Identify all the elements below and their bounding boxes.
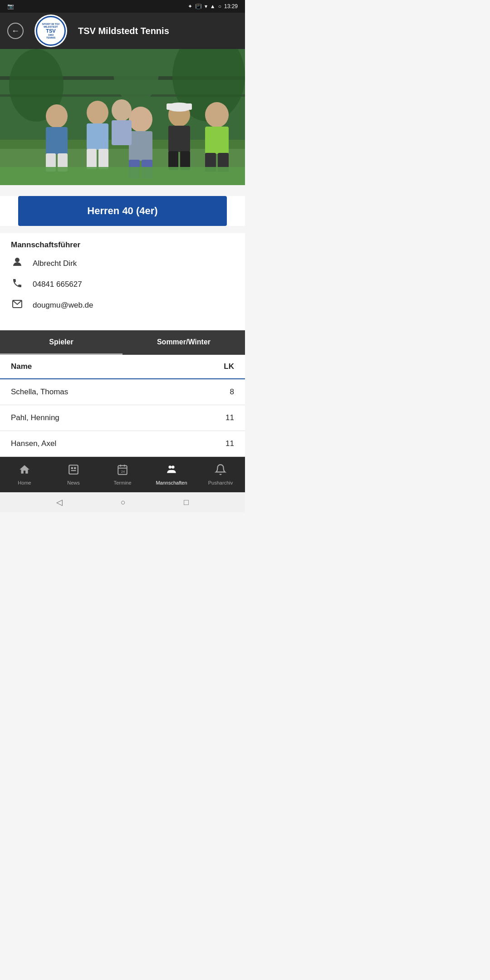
svg-rect-32 xyxy=(0,167,245,185)
svg-rect-9 xyxy=(46,127,68,154)
recents-system-button[interactable]: □ xyxy=(184,498,189,507)
contact-phone: 04841 665627 xyxy=(33,280,82,289)
contact-section: Mannschaftsführer Albrecht Dirk 04841 66… xyxy=(0,233,245,330)
svg-rect-15 xyxy=(98,149,108,169)
android-nav-bar: ◁ ○ □ xyxy=(0,492,245,512)
svg-rect-31 xyxy=(112,120,132,145)
table-header: Name LK xyxy=(0,355,245,379)
nav-termine-label: Termine xyxy=(113,480,131,485)
team-title: Herren 40 (4er) xyxy=(87,205,157,216)
team-photo xyxy=(0,49,245,185)
bell-icon xyxy=(215,464,226,478)
wifi-icon: ▾ xyxy=(205,3,207,10)
status-left-icons: 📷 xyxy=(7,3,14,10)
calendar-icon: 24 xyxy=(117,464,128,478)
status-bar: 📷 ✦ 📳 ▾ ▲ ○ 13:29 xyxy=(0,0,245,13)
tabs-row: Spieler Sommer/Winter xyxy=(0,330,245,355)
svg-rect-13 xyxy=(87,123,108,150)
player-name-3: Hansen, Axel xyxy=(11,439,56,448)
svg-rect-36 xyxy=(71,467,73,469)
nav-mannschaften-label: Mannschaften xyxy=(156,480,187,485)
player-row-1[interactable]: Schella, Thomas 8 xyxy=(0,379,245,405)
nav-home-label: Home xyxy=(18,480,31,485)
club-logo: SPORT IM TSV MILDSTEDT TSV 1963 TENNIS xyxy=(34,15,67,47)
back-icon: ← xyxy=(11,26,20,36)
back-button[interactable]: ← xyxy=(7,23,24,39)
nav-home[interactable]: Home xyxy=(0,457,49,492)
player-table: Name LK Schella, Thomas 8 Pahl, Henning … xyxy=(0,355,245,457)
camera-icon: 📷 xyxy=(7,3,14,10)
svg-text:24: 24 xyxy=(121,470,125,474)
signal-icon: ▲ xyxy=(210,3,216,10)
person-icon xyxy=(11,257,24,270)
player-row-3[interactable]: Hansen, Axel 11 xyxy=(0,431,245,457)
tab-spieler[interactable]: Spieler xyxy=(0,330,122,355)
player-row-2[interactable]: Pahl, Henning 11 xyxy=(0,405,245,431)
svg-rect-22 xyxy=(167,103,192,110)
status-right-icons: ✦ 📳 ▾ ▲ ○ 13:29 xyxy=(188,3,238,10)
svg-rect-14 xyxy=(87,149,97,169)
nav-pusharchiv[interactable]: Pusharchiv xyxy=(196,457,245,492)
home-system-button[interactable]: ○ xyxy=(121,498,126,507)
svg-point-45 xyxy=(172,466,175,469)
contact-phone-row[interactable]: 04841 665627 xyxy=(11,278,234,291)
player-lk-2: 11 xyxy=(225,413,234,422)
phone-icon xyxy=(11,278,24,291)
bottom-navigation: Home News 24 Termine xyxy=(0,457,245,492)
contact-name-row: Albrecht Dirk xyxy=(11,257,234,270)
svg-rect-37 xyxy=(71,470,76,471)
col-name-header: Name xyxy=(11,362,32,371)
col-lk-header: LK xyxy=(224,362,234,371)
app-header: ← SPORT IM TSV MILDSTEDT TSV 1963 TENNIS… xyxy=(0,13,245,49)
time-display: 13:29 xyxy=(224,3,238,10)
player-lk-1: 8 xyxy=(230,387,234,397)
svg-rect-17 xyxy=(129,131,152,161)
email-icon xyxy=(11,299,24,312)
svg-rect-35 xyxy=(69,465,78,474)
svg-point-33 xyxy=(15,258,20,262)
player-name-2: Pahl, Henning xyxy=(11,413,59,422)
tab-sommer-winter[interactable]: Sommer/Winter xyxy=(122,330,245,355)
svg-point-8 xyxy=(46,104,68,128)
header-title: TSV Mildstedt Tennis xyxy=(78,26,238,36)
home-icon xyxy=(19,464,30,478)
battery-icon: ○ xyxy=(218,3,221,10)
svg-point-30 xyxy=(112,99,132,121)
nav-termine[interactable]: 24 Termine xyxy=(98,457,147,492)
nav-news[interactable]: News xyxy=(49,457,98,492)
svg-point-44 xyxy=(169,466,172,469)
mannschaften-icon xyxy=(166,464,177,478)
team-title-box: Herren 40 (4er) xyxy=(18,196,227,226)
svg-point-12 xyxy=(87,101,108,124)
svg-rect-23 xyxy=(168,126,190,152)
bluetooth-icon: ✦ xyxy=(188,3,192,10)
svg-point-16 xyxy=(129,107,152,132)
svg-rect-27 xyxy=(205,127,229,154)
news-icon xyxy=(68,464,79,478)
svg-rect-38 xyxy=(74,467,76,469)
team-title-container: Herren 40 (4er) xyxy=(0,196,245,226)
contact-email: dougmu@web.de xyxy=(33,301,93,310)
vibrate-icon: 📳 xyxy=(195,3,202,10)
player-lk-3: 11 xyxy=(225,439,234,448)
contact-email-row[interactable]: dougmu@web.de xyxy=(11,299,234,312)
nav-pusharchiv-label: Pusharchiv xyxy=(208,480,233,485)
contact-section-label: Mannschaftsführer xyxy=(11,240,234,250)
nav-mannschaften[interactable]: Mannschaften xyxy=(147,457,196,492)
back-system-button[interactable]: ◁ xyxy=(56,497,63,507)
svg-point-26 xyxy=(205,102,229,127)
nav-news-label: News xyxy=(67,480,80,485)
contact-name: Albrecht Dirk xyxy=(33,259,77,268)
player-name-1: Schella, Thomas xyxy=(11,387,68,397)
